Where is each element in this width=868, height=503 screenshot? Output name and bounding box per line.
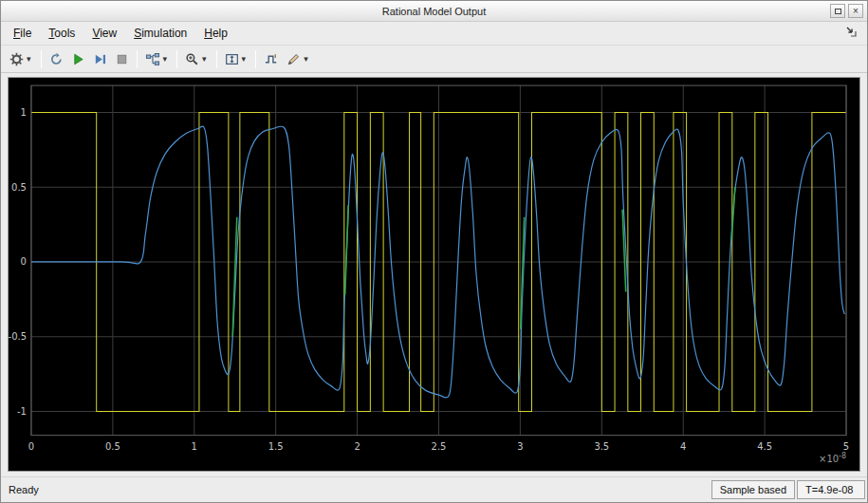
toolbar: ▾▾▾▾▾ [1, 46, 867, 73]
svg-text:3.5: 3.5 [594, 441, 609, 452]
dropdown-arrow-icon[interactable]: ▾ [240, 54, 249, 64]
status-sample-mode: Sample based [711, 480, 795, 499]
svg-text:1: 1 [21, 107, 27, 118]
zoom-button[interactable]: ▾ [181, 48, 212, 70]
svg-text:-1: -1 [17, 406, 27, 417]
svg-text:2: 2 [354, 441, 360, 452]
svg-text:-0.5: -0.5 [9, 331, 27, 342]
toolbar-separator [255, 50, 256, 68]
menubar: FileToolsViewSimulationHelp [1, 22, 867, 46]
step-forward-icon [93, 52, 107, 66]
dropdown-arrow-icon[interactable]: ▾ [200, 54, 209, 64]
scope-chart[interactable]: 00.511.522.533.544.5510.50-0.5-1×10-8 [9, 78, 859, 471]
svg-text:2.5: 2.5 [432, 441, 447, 452]
measurements-button[interactable]: ▾ [283, 48, 314, 70]
dropdown-arrow-icon[interactable]: ▾ [302, 54, 310, 64]
scale-axes-button[interactable]: ▾ [221, 48, 252, 70]
toolbar-separator [41, 50, 42, 68]
maximize-button[interactable] [830, 4, 845, 18]
window-title: Rational Model Output [1, 6, 867, 17]
svg-text:0: 0 [21, 256, 27, 267]
window-controls: × [830, 4, 863, 18]
signal-selector-button[interactable]: ▾ [141, 48, 174, 70]
run-button[interactable] [67, 48, 89, 70]
menu-item-file[interactable]: File [5, 24, 40, 43]
menu-item-help[interactable]: Help [195, 24, 236, 43]
stop-icon [115, 52, 129, 66]
menu-item-simulation[interactable]: Simulation [125, 24, 195, 43]
dock-icon[interactable] [840, 24, 863, 43]
scope-plot-area[interactable]: 00.511.522.533.544.5510.50-0.5-1×10-8 [8, 77, 860, 472]
gear-icon [9, 52, 24, 66]
trigger-icon [264, 52, 279, 66]
signal-selector-icon [145, 52, 160, 66]
scale-axes-icon [225, 52, 239, 66]
dropdown-arrow-icon[interactable]: ▾ [25, 54, 33, 64]
svg-text:0.5: 0.5 [105, 441, 120, 452]
toolbar-separator [137, 50, 138, 68]
step-forward-button[interactable] [89, 48, 111, 70]
menu-item-view[interactable]: View [83, 24, 125, 43]
step-back-button[interactable] [46, 48, 67, 70]
svg-text:5: 5 [843, 441, 849, 452]
svg-text:3: 3 [517, 441, 523, 452]
titlebar[interactable]: Rational Model Output × [1, 1, 867, 22]
menu-item-tools[interactable]: Tools [40, 24, 83, 43]
toolbar-separator [176, 50, 177, 68]
close-button[interactable]: × [848, 4, 863, 18]
stop-button[interactable] [111, 48, 133, 70]
statusbar: Ready Sample based T=4.9e-08 [1, 476, 867, 502]
maximize-icon [835, 9, 841, 14]
svg-text:0: 0 [28, 441, 34, 452]
svg-text:1: 1 [192, 441, 197, 452]
run-icon [71, 52, 85, 66]
trigger-button[interactable] [260, 48, 283, 70]
svg-text:4.5: 4.5 [757, 441, 772, 452]
configuration-button[interactable]: ▾ [6, 48, 37, 70]
step-back-icon [49, 52, 64, 66]
toolbar-separator [216, 50, 217, 68]
dropdown-arrow-icon[interactable]: ▾ [161, 54, 170, 64]
svg-text:1.5: 1.5 [268, 441, 284, 452]
scope-window: Rational Model Output × FileToolsViewSim… [0, 0, 868, 503]
status-cells: Sample based T=4.9e-08 [711, 480, 865, 499]
svg-text:4: 4 [680, 441, 686, 452]
svg-text:0.5: 0.5 [11, 182, 27, 193]
zoom-icon [185, 52, 199, 66]
status-ready: Ready [9, 484, 39, 495]
close-icon: × [853, 7, 859, 16]
status-sim-time: T=4.9e-08 [797, 480, 865, 499]
measurements-icon [286, 52, 301, 66]
